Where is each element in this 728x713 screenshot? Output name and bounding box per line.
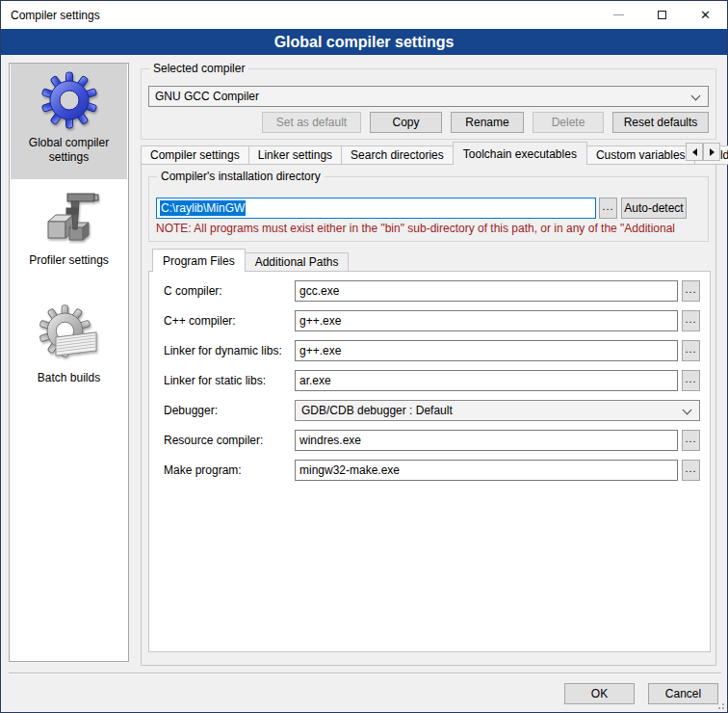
subtab-additional-paths[interactable]: Additional Paths [245,252,350,272]
window-title: Compiler settings [11,9,100,22]
tab-toolchain-executables[interactable]: Toolchain executables [453,142,587,165]
sidebar-item-batch-builds[interactable]: Batch builds [11,299,127,414]
reset-defaults-button[interactable]: Reset defaults [612,112,709,133]
compiler-settings-dialog: Compiler settings ✕ Global compiler sett… [0,0,728,713]
c-compiler-label: C compiler: [164,280,291,302]
right-triangle-icon [710,148,715,156]
dialog-header: Global compiler settings [1,29,727,55]
selected-compiler-legend: Selected compiler [149,62,248,75]
program-files-tabbar: Program Files Additional Paths [152,249,348,272]
bin-subdirectory-note: NOTE: All programs must exist either in … [156,222,701,235]
caption-buttons: ✕ [597,1,727,29]
caliper-icon [39,187,100,249]
auto-detect-button[interactable]: Auto-detect [621,198,687,219]
c-compiler-browse-button[interactable]: ... [682,280,700,302]
dialog-header-title: Global compiler settings [274,34,455,51]
static-linker-input[interactable] [295,370,678,391]
tab-linker-settings[interactable]: Linker settings [248,145,342,165]
sidebar-item-label: Global compiler settings [16,136,122,165]
install-dir-selected-text: C:\raylib\MinGW [160,200,246,216]
cpp-compiler-input[interactable] [295,310,678,331]
gray-gear-stack-icon [39,304,100,366]
make-program-label: Make program: [164,460,291,481]
dynamic-linker-browse-button[interactable]: ... [682,340,700,361]
make-program-input[interactable] [295,460,678,481]
chevron-down-icon [691,92,701,101]
settings-category-sidebar: Global compiler settings [9,63,129,662]
compiler-select-value: GNU GCC Compiler [155,90,259,103]
tab-scroll-left-button[interactable] [686,143,703,161]
cpp-compiler-label: C++ compiler: [164,310,291,331]
install-dir-browse-button[interactable]: ... [599,198,617,219]
maximize-icon [658,11,666,19]
close-icon: ✕ [700,9,711,21]
sidebar-item-label: Profiler settings [16,253,122,268]
left-triangle-icon [692,148,697,156]
subtab-program-files[interactable]: Program Files [152,249,246,272]
compiler-select[interactable]: GNU GCC Compiler [148,86,709,107]
minimize-button[interactable] [597,1,640,29]
sidebar-item-label: Batch builds [16,371,122,385]
resource-compiler-browse-button[interactable]: ... [682,430,700,451]
chevron-down-icon [683,406,692,415]
sidebar-item-profiler-settings[interactable]: Profiler settings [11,181,127,297]
dynamic-linker-label: Linker for dynamic libs: [164,340,291,361]
debugger-select[interactable]: GDB/CDB debugger : Default [295,400,700,421]
copy-button[interactable]: Copy [370,112,442,133]
footer-divider [9,673,721,674]
debugger-select-value: GDB/CDB debugger : Default [301,404,453,417]
compiler-actions: Set as default Copy Rename Delete Reset … [141,112,709,133]
make-program-browse-button[interactable]: ... [682,460,700,481]
minimize-icon [613,14,624,15]
set-as-default-button[interactable]: Set as default [262,112,361,133]
rename-button[interactable]: Rename [451,112,524,133]
settings-tabbar: Compiler settings Linker settings Search… [141,142,728,165]
maximize-button[interactable] [640,1,684,29]
static-linker-label: Linker for static libs: [164,370,291,391]
delete-button[interactable]: Delete [533,112,604,133]
c-compiler-input[interactable] [295,280,678,302]
tab-compiler-settings[interactable]: Compiler settings [141,145,249,165]
debugger-label: Debugger: [164,400,291,421]
tab-scroll-right-button[interactable] [703,143,720,161]
resize-grip-icon[interactable] [715,700,724,709]
ok-button[interactable]: OK [564,683,635,704]
tab-search-directories[interactable]: Search directories [341,145,454,165]
static-linker-browse-button[interactable]: ... [682,370,700,391]
cancel-button[interactable]: Cancel [648,683,718,704]
dynamic-linker-input[interactable] [295,340,678,361]
close-button[interactable]: ✕ [684,1,727,29]
install-dir-input[interactable]: C:\raylib\MinGW [156,198,596,219]
sidebar-item-global-compiler-settings[interactable]: Global compiler settings [11,64,127,179]
titlebar[interactable]: Compiler settings ✕ [1,1,727,29]
installation-directory-legend: Compiler's installation directory [157,170,325,183]
resource-compiler-input[interactable] [295,430,678,451]
blue-gear-icon [39,69,100,131]
tab-custom-variables[interactable]: Custom variables [586,145,695,165]
cpp-compiler-browse-button[interactable]: ... [682,310,700,331]
resource-compiler-label: Resource compiler: [164,430,291,451]
